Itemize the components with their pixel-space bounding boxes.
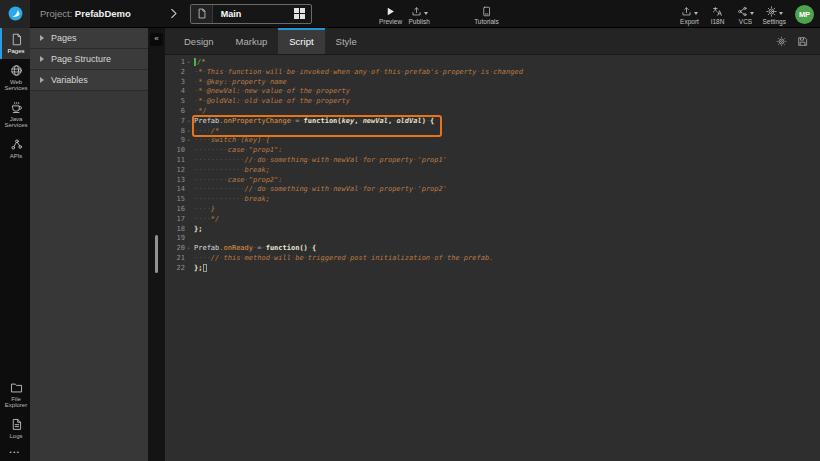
code-lines: 1-/*2·*·This·function·will·be·invoked·wh… — [165, 58, 820, 274]
fold-marker[interactable]: - — [185, 136, 192, 146]
user-avatar[interactable]: MP — [795, 5, 814, 24]
tab-markup[interactable]: Markup — [225, 28, 279, 54]
page-icon — [191, 5, 213, 23]
panel-collapse-button[interactable]: « — [150, 33, 163, 46]
line-number: 5 — [165, 97, 185, 107]
export-button[interactable]: Export — [676, 3, 704, 25]
settings-button[interactable]: Settings — [760, 3, 790, 25]
code-editor[interactable]: 1-/*2·*·This·function·will·be·invoked·wh… — [165, 55, 820, 461]
play-icon — [385, 6, 396, 17]
fold-marker[interactable]: - — [185, 117, 192, 127]
upload-icon — [411, 6, 422, 17]
line-number: 2 — [165, 68, 185, 78]
api-icon — [10, 138, 23, 151]
rail-bottom-items: File ExplorerLogs••• — [0, 376, 30, 458]
fold-marker — [185, 225, 192, 235]
more-options-button[interactable]: ••• — [0, 443, 30, 457]
coffee-icon — [10, 101, 23, 114]
accordion-page-structure[interactable]: Page Structure — [30, 49, 148, 70]
logs-icon — [10, 418, 23, 431]
page-icon — [10, 33, 23, 46]
publish-button[interactable]: Publish — [405, 3, 433, 25]
line-number: 11 — [165, 156, 185, 166]
accordion-label: Page Structure — [51, 54, 111, 64]
left-panel: PagesPage StructureVariables — [30, 28, 148, 461]
fold-marker — [185, 68, 192, 78]
i18n-button[interactable]: I18N — [704, 3, 732, 25]
fold-marker — [185, 107, 192, 117]
code-line-18: 18}; — [165, 225, 820, 235]
panel-splitter[interactable]: « — [148, 28, 165, 461]
code-line-8: 8-····/* — [165, 127, 820, 137]
page-selector-dropdown[interactable]: Main — [190, 4, 312, 24]
project-name: PrefabDemo — [75, 8, 131, 19]
caret-down-icon — [424, 12, 428, 15]
code-text: ············//·do·something·with·newVal·… — [192, 156, 447, 166]
fold-marker — [185, 176, 192, 186]
code-line-4: 4·*·@newVal:·new·value·of·the·property — [165, 87, 820, 97]
code-line-14: 14············//·do·something·with·newVa… — [165, 185, 820, 195]
save-icon[interactable] — [797, 36, 808, 47]
tab-style[interactable]: Style — [325, 28, 368, 54]
code-text: Prefab.onPropertyChange·=·function(key,·… — [192, 117, 434, 127]
fold-marker — [185, 146, 192, 156]
code-line-11: 11············//·do·something·with·newVa… — [165, 156, 820, 166]
globe-icon — [10, 64, 23, 77]
rail-item-label: Logs — [9, 433, 22, 440]
rail-top-items: PagesWeb ServicesJava ServicesAPIs — [0, 28, 30, 163]
code-line-6: 6·*/ — [165, 107, 820, 117]
accordion-variables[interactable]: Variables — [30, 70, 148, 91]
accordion-pages[interactable]: Pages — [30, 28, 148, 49]
code-line-3: 3·*·@key:·property·name — [165, 78, 820, 88]
tab-design[interactable]: Design — [173, 28, 225, 54]
caret-down-icon — [750, 12, 754, 15]
rail-item-label: APIs — [10, 153, 23, 160]
topbar: Project: PrefabDemo Main PreviewPublishT… — [0, 0, 820, 28]
code-text: }; — [192, 225, 202, 235]
page-selector-value: Main — [213, 9, 289, 19]
preview-button[interactable]: Preview — [376, 3, 405, 25]
rail-item-file-explorer[interactable]: File Explorer — [0, 376, 30, 413]
fold-marker[interactable]: - — [185, 244, 192, 254]
code-line-21: 21····//·this·method·will·be·triggered·p… — [165, 254, 820, 264]
line-number: 21 — [165, 254, 185, 264]
tab-script[interactable]: Script — [278, 28, 324, 54]
line-number: 20 — [165, 244, 185, 254]
page-grid-icon[interactable] — [289, 8, 311, 19]
fold-marker — [185, 205, 192, 215]
code-line-2: 2·*·This·function·will·be·invoked·when·a… — [165, 68, 820, 78]
rail-item-logs[interactable]: Logs — [0, 413, 30, 444]
accordion-label: Variables — [51, 75, 88, 85]
rail-item-apis[interactable]: APIs — [0, 133, 30, 164]
splitter-thumb[interactable] — [155, 235, 158, 273]
line-number: 17 — [165, 215, 185, 225]
code-text: ·*/ — [192, 107, 207, 117]
line-number: 4 — [165, 87, 185, 97]
tutorials-button[interactable]: Tutorials — [471, 3, 502, 25]
rail-item-web-services[interactable]: Web Services — [0, 59, 30, 96]
left-icon-rail: PagesWeb ServicesJava ServicesAPIs File … — [0, 28, 30, 461]
line-number: 18 — [165, 225, 185, 235]
rail-item-pages[interactable]: Pages — [0, 28, 30, 59]
app-logo[interactable] — [0, 0, 30, 28]
code-text: /* — [192, 58, 205, 68]
code-text: ····/* — [192, 127, 219, 137]
export-label: Export — [680, 18, 699, 25]
editor-settings-gear-icon[interactable] — [776, 36, 787, 47]
code-text: ············//·do·something·with·newVal·… — [192, 185, 447, 195]
fold-marker[interactable]: - — [185, 58, 192, 68]
fold-marker[interactable]: - — [185, 127, 192, 137]
line-number: 13 — [165, 176, 185, 186]
line-number: 8 — [165, 127, 185, 137]
code-text: ········case·"prop1": — [192, 146, 283, 156]
fold-marker — [185, 215, 192, 225]
code-text: ····} — [192, 205, 215, 215]
editor-region: DesignMarkupScriptStyle 1-/*2·*·This·fun… — [165, 28, 820, 461]
fold-marker — [185, 87, 192, 97]
code-line-19: 19 — [165, 234, 820, 244]
rail-item-java-services[interactable]: Java Services — [0, 96, 30, 133]
vcs-button[interactable]: VCS — [732, 3, 760, 25]
line-number: 3 — [165, 78, 185, 88]
settings-label: Settings — [763, 18, 787, 25]
fold-marker — [185, 185, 192, 195]
